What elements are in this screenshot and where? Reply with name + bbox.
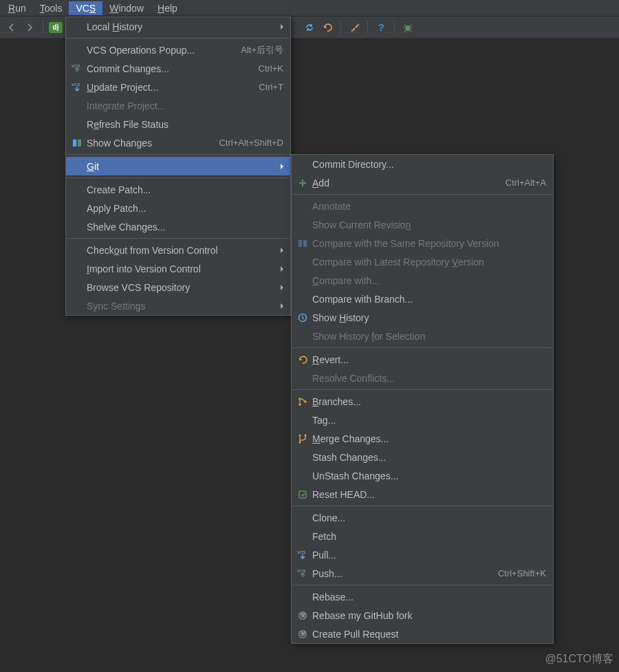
svg-point-13 <box>299 434 301 436</box>
mi-sync-settings: Sync Settings <box>66 296 290 315</box>
nav-back-icon[interactable] <box>4 20 19 35</box>
mi-browse-vcs-repo[interactable]: Browse VCS Repository <box>66 278 290 296</box>
mi-cmp-with: Compare with... <box>292 271 553 290</box>
svg-point-0 <box>351 30 354 32</box>
mi-fetch[interactable]: Fetch <box>292 527 553 545</box>
svg-rect-16 <box>299 491 306 498</box>
reset-icon <box>296 488 310 501</box>
mi-git[interactable]: Git <box>66 157 290 175</box>
svg-text:VCS: VCS <box>72 83 80 87</box>
mi-import-vc[interactable]: Import into Version Control <box>66 259 290 278</box>
mi-apply-patch[interactable]: Apply Patch... <box>66 199 290 217</box>
mi-integrate-project: Integrate Project... <box>66 96 290 115</box>
mi-local-history[interactable]: Local History <box>66 17 290 36</box>
svg-text:VCS: VCS <box>297 569 305 573</box>
mi-cmp-latest-repo: Compare with Latest Repository Version <box>292 252 553 271</box>
vcs-update-icon: VCS <box>70 80 84 94</box>
vcs-commit-icon: VCS <box>70 62 84 76</box>
toolbar-separator <box>43 21 43 34</box>
mi-update-project[interactable]: VCS Update Project... Ctrl+T <box>66 78 290 96</box>
sync-icon[interactable] <box>302 20 317 35</box>
github-icon <box>296 609 310 622</box>
mi-rebase-github-fork[interactable]: Rebase my GitHub fork <box>292 606 553 625</box>
mi-cmp-branch[interactable]: Compare with Branch... <box>292 290 553 308</box>
mi-push[interactable]: VCS Push... Ctrl+Shift+K <box>292 564 553 583</box>
menubar: Run Tools VCS Window Help <box>0 0 619 17</box>
plus-icon <box>296 176 310 190</box>
branches-icon <box>296 395 310 409</box>
github-icon <box>296 627 310 641</box>
mi-refresh-file-status[interactable]: Refresh File Status <box>66 115 290 133</box>
menu-separator <box>292 585 553 585</box>
toolbar-separator <box>394 21 395 34</box>
project-badge-icon[interactable]: dj <box>49 22 63 33</box>
mi-commit-directory[interactable]: Commit Directory... <box>292 155 553 173</box>
menu-separator <box>66 38 290 39</box>
settings-icon[interactable] <box>347 20 362 35</box>
mi-reset-head[interactable]: Reset HEAD... <box>292 485 553 503</box>
help-icon[interactable]: ? <box>373 20 389 35</box>
menu-separator <box>292 194 553 195</box>
nav-forward-icon[interactable] <box>22 20 37 35</box>
mi-commit-changes[interactable]: VCS Commit Changes... Ctrl+K <box>66 59 290 78</box>
mi-shelve-changes[interactable]: Shelve Changes... <box>66 217 290 236</box>
mi-clone[interactable]: Clone... <box>292 508 553 527</box>
svg-rect-5 <box>73 140 76 147</box>
menu-vcs[interactable]: VCS <box>69 1 102 15</box>
menu-separator <box>66 154 290 155</box>
menu-separator <box>292 506 553 506</box>
menu-window[interactable]: Window <box>102 1 151 15</box>
mi-tag[interactable]: Tag... <box>292 411 553 429</box>
svg-rect-7 <box>298 240 302 247</box>
mi-show-history[interactable]: Show History <box>292 308 553 327</box>
mi-resolve-conflicts: Resolve Conflicts... <box>292 369 553 387</box>
menu-separator <box>66 238 290 239</box>
mi-create-patch[interactable]: Create Patch... <box>66 180 290 199</box>
diff-icon <box>70 136 84 150</box>
revert-icon <box>296 353 310 367</box>
menu-separator <box>292 389 553 390</box>
svg-rect-8 <box>303 240 307 247</box>
mi-create-pr[interactable]: Create Pull Request <box>292 625 553 643</box>
mi-revert[interactable]: Revert... <box>292 350 553 369</box>
mi-branches[interactable]: Branches... <box>292 392 553 411</box>
bug-icon[interactable] <box>400 20 415 35</box>
mi-pull[interactable]: VCS Pull... <box>292 545 553 564</box>
svg-point-10 <box>298 398 301 400</box>
mi-cmp-same-repo: Compare with the Same Repository Version <box>292 234 553 252</box>
mi-show-current-rev: Show Current Revision <box>292 215 553 234</box>
mi-rebase[interactable]: Rebase... <box>292 587 553 606</box>
svg-point-1 <box>358 23 360 25</box>
menu-run[interactable]: Run <box>1 1 33 15</box>
mi-checkout-vc[interactable]: Checkout from Version Control <box>66 241 290 259</box>
toolbar-separator <box>340 21 341 34</box>
menu-help[interactable]: Help <box>151 1 184 15</box>
toolbar-separator <box>367 21 368 34</box>
watermark: @51CTO博客 <box>545 652 613 666</box>
vcs-dropdown: Local History VCS Operations Popup... Al… <box>65 17 291 316</box>
git-dropdown: Commit Directory... Add Ctrl+Alt+A Annot… <box>291 154 554 644</box>
svg-point-14 <box>305 434 307 436</box>
svg-point-15 <box>299 441 301 443</box>
mi-annotate: Annotate <box>292 197 553 215</box>
svg-text:VCS: VCS <box>297 550 305 554</box>
mi-vcs-ops-popup[interactable]: VCS Operations Popup... Alt+后引号 <box>66 41 290 59</box>
svg-text:VCS: VCS <box>72 64 80 68</box>
undo-icon[interactable] <box>320 20 335 35</box>
mi-add[interactable]: Add Ctrl+Alt+A <box>292 173 553 192</box>
mi-unstash-changes[interactable]: UnStash Changes... <box>292 466 553 485</box>
mi-show-history-sel: Show History for Selection <box>292 327 553 345</box>
merge-icon <box>296 432 310 446</box>
vcs-push-icon: VCS <box>296 567 310 581</box>
vcs-pull-icon: VCS <box>296 548 310 562</box>
svg-rect-6 <box>78 140 81 147</box>
svg-point-11 <box>298 403 301 406</box>
menu-separator <box>292 347 553 348</box>
history-icon <box>296 311 310 325</box>
mi-merge-changes[interactable]: Merge Changes... <box>292 429 553 448</box>
svg-point-2 <box>406 25 411 31</box>
mi-show-changes[interactable]: Show Changes Ctrl+Alt+Shift+D <box>66 133 290 152</box>
menu-separator <box>66 177 290 178</box>
menu-tools[interactable]: Tools <box>33 1 69 15</box>
mi-stash-changes[interactable]: Stash Changes... <box>292 448 553 466</box>
